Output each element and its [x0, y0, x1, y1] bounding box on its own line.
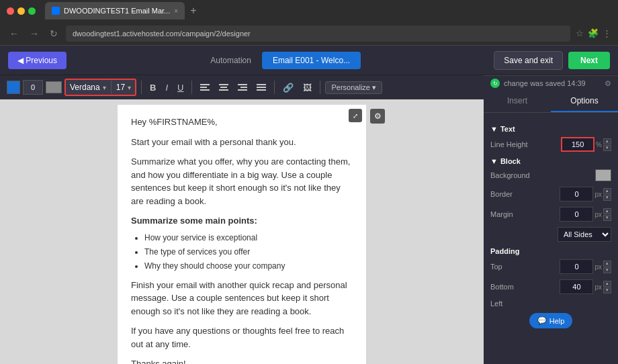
back-button[interactable]: ←: [7, 27, 21, 40]
text-section-arrow-icon: ▼: [490, 125, 498, 133]
justify-button[interactable]: [253, 81, 269, 94]
email-greeting: Hey %FIRSTNAME%,: [131, 116, 353, 129]
border-input[interactable]: [560, 187, 593, 201]
padding-bottom-input[interactable]: [560, 279, 593, 294]
bookmark-icon[interactable]: ☆: [576, 28, 584, 38]
svg-rect-7: [240, 87, 247, 88]
underline-button[interactable]: U: [174, 81, 187, 94]
background-swatch[interactable]: [595, 169, 611, 181]
block-section-arrow-icon: ▼: [490, 157, 498, 165]
align-center-button[interactable]: [216, 81, 232, 94]
line-height-input-group: % ▴ ▾: [561, 137, 611, 152]
block-section-header: ▼ Block: [490, 157, 611, 165]
svg-rect-4: [220, 87, 227, 88]
maximize-button[interactable]: [28, 7, 36, 15]
link-button[interactable]: 🔗: [279, 81, 297, 94]
tab-close-icon[interactable]: ×: [174, 7, 178, 15]
line-height-up-button[interactable]: ▴: [603, 138, 611, 144]
font-toolbar-highlight: Verdana ▾ 17 ▾: [64, 79, 136, 96]
border-down-button[interactable]: ▾: [603, 195, 611, 201]
toolbar-divider-2: [141, 81, 142, 94]
color-swatch-1[interactable]: [7, 81, 20, 94]
insert-tab[interactable]: Insert: [484, 91, 551, 112]
settings-icon[interactable]: ⚙: [605, 79, 611, 88]
margin-down-button[interactable]: ▾: [603, 215, 611, 221]
email-heading: Summarize some main points:: [131, 214, 353, 228]
toolbar-divider-4: [274, 81, 275, 94]
color-swatch-2[interactable]: [46, 81, 62, 93]
address-input[interactable]: [66, 26, 570, 42]
email-block[interactable]: ⤢ Hey %FIRSTNAME%, Start your email with…: [118, 105, 366, 364]
text-section-header: ▼ Text: [490, 125, 611, 133]
minimize-button[interactable]: [17, 7, 25, 15]
padding-top-up-button[interactable]: ▴: [603, 261, 611, 267]
padding-bottom-input-group: px ▴ ▾: [560, 279, 611, 294]
automation-tab[interactable]: Automation: [200, 52, 262, 69]
editor-area: Verdana ▾ 17 ▾ B I U: [0, 75, 618, 364]
font-name-arrow-icon[interactable]: ▾: [103, 84, 106, 91]
margin-row: Margin px ▴ ▾: [490, 207, 611, 222]
image-button[interactable]: 🖼: [300, 81, 315, 94]
padding-left-label: Left: [490, 300, 531, 308]
expand-icon[interactable]: ⤢: [349, 109, 362, 122]
canvas-section: Verdana ▾ 17 ▾ B I U: [0, 75, 484, 364]
bold-button[interactable]: B: [146, 81, 159, 94]
refresh-button[interactable]: ↻: [47, 27, 60, 40]
svg-rect-0: [200, 84, 210, 85]
next-button[interactable]: Next: [568, 52, 610, 69]
margin-sides-select[interactable]: All Sides: [558, 227, 611, 242]
content-canvas: ⤢ Hey %FIRSTNAME%, Start your email with…: [0, 99, 484, 364]
border-input-group: px ▴ ▾: [560, 187, 611, 201]
margin-unit: px: [594, 211, 602, 218]
active-browser-tab[interactable]: DWOODINGTEST1 Email Mar... ×: [45, 2, 185, 19]
align-left-button[interactable]: [197, 81, 213, 94]
padding-label: Padding: [490, 247, 611, 255]
padding-bottom-up-button[interactable]: ▴: [603, 281, 611, 287]
line-height-input[interactable]: [561, 137, 594, 152]
margin-sides-row: All Sides: [490, 227, 611, 242]
email-intro: Start your email with a personal thank y…: [131, 136, 353, 149]
padding-top-stepper: ▴ ▾: [603, 261, 611, 273]
border-label: Border: [490, 190, 531, 198]
save-exit-button[interactable]: Save and exit: [494, 51, 563, 70]
font-size-label: 17: [116, 83, 125, 92]
email-tab[interactable]: Email E001 - Welco...: [262, 52, 361, 69]
panel-body: ▼ Text Line Height % ▴ ▾ ▼ Block: [484, 113, 618, 339]
padding-bottom-down-button[interactable]: ▾: [603, 287, 611, 293]
padding-top-label: Top: [490, 263, 531, 271]
margin-up-button[interactable]: ▴: [603, 208, 611, 214]
add-tab-button[interactable]: +: [187, 5, 199, 17]
line-height-down-button[interactable]: ▾: [603, 145, 611, 151]
padding-section: Padding Top px ▴ ▾ Bottom: [490, 247, 611, 308]
svg-rect-8: [238, 89, 247, 91]
email-bullets: How your service is exceptional The type…: [144, 232, 353, 272]
padding-bottom-row: Bottom px ▴ ▾: [490, 279, 611, 294]
margin-input[interactable]: [560, 207, 593, 222]
extensions-icon[interactable]: 🧩: [588, 28, 599, 38]
tab-area: DWOODINGTEST1 Email Mar... × +: [45, 2, 611, 19]
status-dot: ↻: [490, 79, 500, 88]
padding-top-row: Top px ▴ ▾: [490, 259, 611, 274]
close-button[interactable]: [7, 7, 14, 15]
gear-icon[interactable]: ⚙: [370, 109, 385, 124]
font-size-arrow-icon[interactable]: ▾: [128, 84, 131, 91]
help-button[interactable]: 💬 Help: [529, 313, 573, 328]
padding-top-input[interactable]: [560, 259, 593, 274]
forward-button[interactable]: →: [27, 27, 42, 40]
panel-tabs: Insert Options: [484, 91, 618, 113]
previous-button[interactable]: ◀ Previous: [8, 52, 67, 69]
block-section-label: Block: [500, 157, 521, 165]
tab-title: DWOODINGTEST1 Email Mar...: [64, 7, 170, 15]
options-tab[interactable]: Options: [551, 91, 618, 112]
italic-button[interactable]: I: [162, 81, 171, 94]
border-up-button[interactable]: ▴: [603, 188, 611, 194]
align-right-button[interactable]: [234, 81, 251, 94]
toolbar-divider-3: [191, 81, 192, 94]
menu-icon[interactable]: ⋮: [603, 28, 611, 38]
svg-rect-5: [219, 89, 228, 91]
personalize-button[interactable]: Personalize ▾: [325, 81, 382, 94]
font-size-input[interactable]: [23, 80, 43, 95]
email-finish: Finish your email with another quick rec…: [131, 279, 353, 318]
email-block-wrapper: ⤢ Hey %FIRSTNAME%, Start your email with…: [118, 105, 366, 359]
padding-top-down-button[interactable]: ▾: [603, 267, 611, 273]
